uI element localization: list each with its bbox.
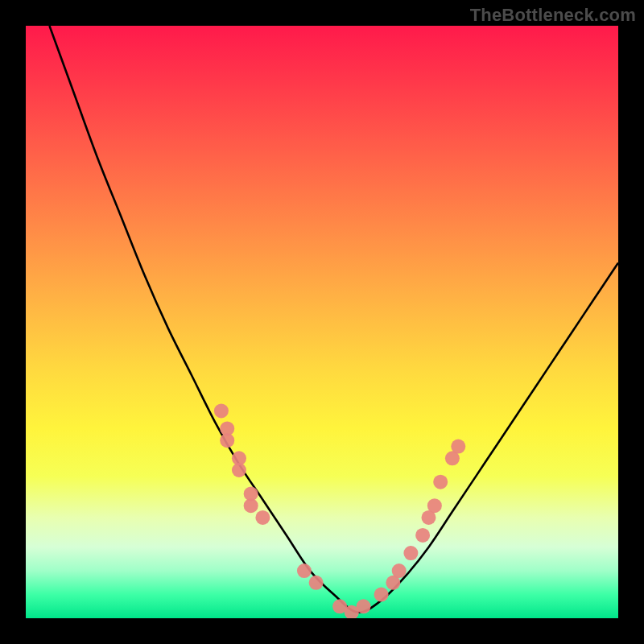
benchmark-point xyxy=(357,599,371,613)
benchmark-point xyxy=(297,564,312,578)
benchmark-point xyxy=(244,498,258,513)
benchmark-point xyxy=(214,403,229,418)
benchmark-point xyxy=(427,498,442,513)
attribution-label: TheBottleneck.com xyxy=(470,5,636,26)
benchmark-point xyxy=(220,433,234,448)
benchmark-point xyxy=(433,475,448,489)
benchmark-point xyxy=(232,463,246,477)
marker-group xyxy=(214,403,465,618)
benchmark-point xyxy=(374,588,389,602)
benchmark-point xyxy=(403,546,418,560)
chart-overlay xyxy=(26,26,618,618)
curve-group xyxy=(49,26,618,613)
benchmark-point xyxy=(392,564,407,578)
chart-frame: TheBottleneck.com xyxy=(0,0,644,644)
benchmark-point xyxy=(451,440,465,454)
benchmark-point xyxy=(415,528,430,543)
benchmark-point xyxy=(309,576,324,590)
plot-area xyxy=(26,26,618,618)
benchmark-point xyxy=(255,510,270,525)
bottleneck-curve xyxy=(49,26,618,613)
